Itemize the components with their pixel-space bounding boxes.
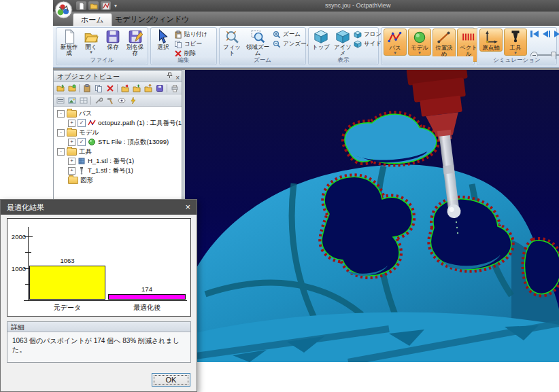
qat-dropdown-icon[interactable]: ▾ [114,3,117,9]
path-icon [388,30,403,45]
tree-item-tool-file[interactable]: + T_1.stl : 番号(1) [54,166,182,175]
ytick-2000: 2000 [8,233,26,240]
ribbon-group-simulation: 原点軸 工具 ▾ [477,27,557,65]
toggle-model-dropdown-icon: ▾ [418,51,421,55]
expand-icon[interactable]: + [68,139,75,146]
expand-icon[interactable]: + [68,167,75,175]
chart-y-axis [28,227,29,300]
folder-add-icon[interactable] [131,84,141,93]
wrench-icon[interactable] [93,96,103,105]
collapse-icon[interactable]: - [57,129,65,137]
holder-icon [78,157,86,165]
grid-view-icon[interactable] [78,96,88,105]
tree-item-path-folder[interactable]: - パス [54,109,182,118]
visibility-checkbox[interactable]: ✓ [78,138,86,146]
qat-new-icon[interactable] [76,1,86,10]
new-button[interactable]: 新規作成 [58,29,80,56]
app-logo-icon[interactable] [54,1,73,19]
viewport-3d[interactable] [185,70,559,362]
title-bar[interactable]: ssync.jou - OctpathView [53,0,559,12]
fit-button[interactable]: フィット [221,29,243,56]
save-as-button[interactable]: 別名保存 ▾ [124,29,146,60]
zoom-in-button[interactable]: ズーム [273,30,312,39]
model-icon [412,30,427,45]
ribbon-group-file: 新規作成 開く ▾ 保存 別名保存 ▾ [56,27,148,65]
playback-controls [528,29,559,59]
panel-save-icon[interactable] [154,84,165,93]
hammer-icon[interactable] [105,96,115,105]
save-button[interactable]: 保存 [102,29,124,50]
origin-axis-button[interactable]: 原点軸 [479,29,503,52]
skip-start-button[interactable] [530,31,539,37]
tool-icon [508,30,523,45]
step-back-button[interactable] [543,31,551,37]
dialog-close-icon[interactable]: × [185,200,190,215]
expand-icon[interactable]: + [68,158,75,165]
eye-icon[interactable] [116,96,126,105]
ok-button[interactable]: OK [152,373,190,387]
paste-button[interactable]: 貼り付け [174,30,207,39]
zoom-out-icon [273,40,281,48]
collapse-icon[interactable]: - [57,148,65,156]
visibility-checkbox[interactable]: ✓ [78,119,86,127]
ytick-1000: 1000 [8,265,26,272]
play-button[interactable] [554,31,559,37]
toggle-model-button[interactable]: モデル ▾ [408,29,431,56]
tree-item-stl-file[interactable]: + ✓ STL File : 頂点数(13099) [54,137,182,147]
optimization-result-dialog: 最適化結果 × 2000 1000 1063 174 元データ 最適化後 詳細 … [0,199,197,392]
tree-item-model-folder[interactable]: - モデル [54,128,182,137]
folder-remove-icon[interactable] [120,84,130,93]
window-title: ssync.jou - OctpathView [325,2,390,9]
open-dropdown-icon: ▾ [90,50,92,54]
ribbon-group-zoom: フィット 領域ズーム ズーム アンズーム [219,27,306,65]
tree-item-shape-folder[interactable]: 図形 [54,175,182,185]
folder-up-icon[interactable] [143,84,153,93]
chart-x-axis [24,300,187,301]
image-view-icon[interactable] [67,96,77,105]
open-folder-icon [84,29,99,44]
group-label-edit: 編集 [152,56,216,64]
chart-value-original: 1063 [29,257,105,264]
tab-home[interactable]: ホーム [73,13,112,26]
panel-delete-icon[interactable] [105,84,115,93]
pin-icon[interactable] [167,72,173,79]
collapse-icon[interactable]: - [57,110,65,118]
quick-access-toolbar: ▾ [76,1,117,10]
new-file-icon [62,29,77,44]
open-button[interactable]: 開く ▾ [80,29,102,54]
vector-icon [461,30,476,45]
lightning-icon[interactable] [128,96,138,105]
folder-icon [67,110,77,118]
toggle-path-button[interactable]: パス ▾ [384,29,407,56]
screen: ssync.jou - OctpathView ▾ [0,0,559,392]
panel-copy-icon[interactable] [93,84,103,93]
unzoom-button[interactable]: アンズーム [273,39,312,48]
tree-item-path-file[interactable]: + ✓ octopuz.path (1) : 工具番号(1)/座標 [54,118,182,128]
details-text: 1063 個のパスポイントが 174 個へ 83% 削減されました。 [12,336,186,354]
print-icon[interactable] [169,84,180,93]
select-button[interactable]: 選択 [152,29,174,50]
dialog-title-bar[interactable]: 最適化結果 [1,200,197,215]
sim-tool-dropdown-icon: ▾ [514,51,517,55]
cube-side-icon [354,40,362,48]
sim-tool-button[interactable]: 工具 ▾ [504,29,527,56]
cube-iso-icon [335,29,350,44]
tree-item-tool-folder[interactable]: - 工具 [54,147,182,156]
expand-icon[interactable]: + [68,120,75,127]
load-model-icon[interactable] [67,84,77,93]
tab-window[interactable]: ウィンドウ [143,13,197,26]
list-view-icon[interactable] [55,96,65,105]
load-path-icon[interactable] [55,84,65,93]
qat-app-icon[interactable] [101,1,111,10]
view-iso-button[interactable]: アイソメ [332,29,354,56]
tree-item-holder-file[interactable]: + H_1.stl : 番号(1) [54,156,182,166]
view-top-button[interactable]: トップ [310,29,332,50]
area-zoom-button[interactable]: 領域ズーム [243,29,273,56]
panel-paste-icon[interactable] [82,84,92,93]
qat-open-icon[interactable] [88,1,99,10]
tool-file-icon [78,166,86,175]
copy-button[interactable]: コピー [174,39,207,48]
object-view-header[interactable]: オブジェクトビュー × [54,71,182,82]
ribbon-group-edit: 選択 貼り付け コピー 削除 [150,27,217,65]
stl-model-icon [88,138,96,146]
